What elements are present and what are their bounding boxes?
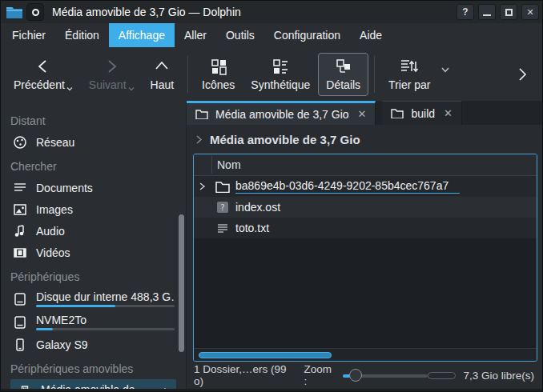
text-file-icon	[215, 221, 230, 235]
chevron-up-icon	[153, 58, 171, 75]
hard-drive-icon	[13, 315, 27, 330]
window-title: Média amovible de 3,7 Gio — Dolphin	[52, 6, 241, 18]
sidebar-item-images[interactable]: Images	[1, 198, 186, 220]
chevron-right-icon[interactable]	[195, 134, 203, 145]
chevron-right-icon	[517, 66, 528, 82]
menu-fichier[interactable]: Fichier	[2, 23, 55, 47]
image-icon	[13, 202, 27, 217]
file-view: Nom	[193, 154, 537, 362]
chevron-right-icon	[103, 58, 120, 75]
folder-icon	[195, 109, 208, 119]
window-menu-icon[interactable]	[26, 3, 44, 21]
sidebar-item-videos[interactable]: Vidéos	[1, 242, 186, 263]
unknown-file-icon: ?	[215, 200, 230, 214]
sidebar-item-media-amovible[interactable]: Média amovible de 3,7 …	[10, 379, 176, 389]
icons-view-icon	[210, 58, 227, 75]
back-button[interactable]: Précédent	[6, 53, 81, 96]
tab-bar: Média amovible de 3,7 Gio build	[187, 101, 542, 125]
tab-build[interactable]: build	[382, 101, 462, 125]
usb-drive-icon	[18, 385, 32, 390]
file-row-folder[interactable]: ba869e4b-03d6-4249-9202-85b4cec767a7	[194, 176, 537, 197]
sort-icon	[400, 58, 419, 75]
folder-icon	[215, 179, 230, 194]
toolbar: Précédent Suivant Haut	[1, 47, 542, 101]
file-row-index-ost[interactable]: ? index.ost	[194, 197, 537, 218]
disk-usage-bar	[36, 328, 175, 330]
free-space-text: 7,3 Gio libre(s)	[463, 370, 534, 382]
toolbar-separator	[374, 56, 375, 93]
horizontal-scrollbar[interactable]	[194, 348, 537, 361]
close-button[interactable]	[521, 4, 539, 20]
sidebar-item-reseau[interactable]: Réseau	[1, 131, 186, 153]
eject-button[interactable]	[159, 386, 171, 390]
folder-icon	[391, 108, 404, 118]
breadcrumb: Média amovible de 3,7 Gio	[187, 125, 542, 154]
up-button[interactable]: Haut	[143, 53, 183, 96]
document-lines-icon	[13, 181, 27, 195]
chevron-left-icon	[34, 58, 52, 75]
details-view-icon	[335, 58, 352, 75]
window-bottom-edge	[1, 389, 542, 391]
column-separator	[211, 156, 212, 174]
disk-usage-bar	[36, 305, 175, 307]
free-space-bar	[428, 372, 456, 379]
sort-by-button[interactable]: Trier par	[380, 53, 438, 96]
dolphin-window: Média amovible de 3,7 Gio — Dolphin Fich…	[0, 0, 543, 392]
statusbar: 1 Dossier,…ers (99 o) Zoom : 7,3 Gio lib…	[187, 362, 542, 389]
tab-media-amovible[interactable]: Média amovible de 3,7 Gio	[187, 101, 376, 125]
tab-close-icon[interactable]	[358, 108, 367, 120]
list-column-header[interactable]: Nom	[194, 154, 537, 176]
minimize-icon	[483, 14, 491, 16]
sidebar-scrollbar[interactable]	[179, 214, 184, 352]
icons-view-button[interactable]: Icônes	[194, 53, 243, 96]
file-row-toto-txt[interactable]: toto.txt	[194, 218, 537, 238]
menu-affichage[interactable]: Affichage	[109, 23, 175, 47]
sidebar-item-documents[interactable]: Documents	[1, 177, 186, 198]
section-chercher: Chercher	[1, 153, 186, 177]
forward-button: Suivant	[81, 53, 143, 96]
sidebar-item-disque-dur[interactable]: Disque dur interne 488,3 G…	[1, 287, 186, 310]
main-panel: Média amovible de 3,7 Gio build Média am…	[187, 101, 542, 389]
maximize-button[interactable]	[500, 4, 517, 20]
eject-icon	[159, 386, 171, 390]
compact-view-icon	[272, 58, 289, 75]
smartphone-icon	[13, 338, 27, 352]
horizontal-scrollbar-thumb[interactable]	[199, 352, 332, 358]
sidebar-item-galaxy-s9[interactable]: Galaxy S9	[1, 334, 186, 355]
network-icon	[13, 135, 27, 150]
titlebar: Média amovible de 3,7 Gio — Dolphin	[1, 1, 542, 23]
section-peripheriques: Périphériques	[1, 263, 186, 287]
forward-dropdown-icon	[128, 86, 135, 91]
help-button[interactable]	[457, 4, 474, 20]
sort-dropdown-icon[interactable]	[440, 66, 450, 73]
section-peripheriques-amovibles: Périphériques amovibles	[1, 355, 186, 379]
menu-aller[interactable]: Aller	[175, 23, 216, 47]
menu-outils[interactable]: Outils	[216, 23, 264, 47]
places-panel: Distant Réseau Chercher	[1, 101, 187, 389]
toolbar-separator	[187, 56, 188, 93]
music-note-icon	[13, 224, 27, 238]
compact-view-button[interactable]: Synthétique	[243, 53, 318, 96]
hard-drive-icon	[13, 292, 27, 306]
menubar: Fichier Édition Affichage Aller Outils C…	[1, 23, 542, 47]
zoom-slider-handle[interactable]	[349, 369, 362, 382]
zoom-label: Zoom :	[304, 363, 335, 387]
back-dropdown-icon[interactable]	[66, 86, 73, 91]
details-view-button[interactable]: Détails	[318, 53, 368, 96]
dolphin-app-folder-icon	[6, 5, 23, 19]
sidebar-item-nvme[interactable]: NVME2To	[1, 310, 186, 334]
breadcrumb-location[interactable]: Média amovible de 3,7 Gio	[210, 133, 360, 146]
menu-configuration[interactable]: Configuration	[264, 23, 350, 47]
section-distant: Distant	[1, 107, 186, 131]
menu-edition[interactable]: Édition	[55, 23, 109, 47]
svg-text:?: ?	[220, 203, 224, 212]
zoom-slider[interactable]	[343, 369, 428, 382]
menu-aide[interactable]: Aide	[350, 23, 392, 47]
toolbar-overflow-button[interactable]	[517, 66, 528, 82]
sidebar-item-audio[interactable]: Audio	[1, 220, 186, 242]
minimize-button[interactable]	[478, 4, 496, 20]
film-icon	[13, 246, 27, 260]
maximize-icon	[505, 9, 513, 16]
tab-close-icon[interactable]	[444, 107, 452, 119]
expander-chevron-icon[interactable]	[199, 182, 206, 191]
